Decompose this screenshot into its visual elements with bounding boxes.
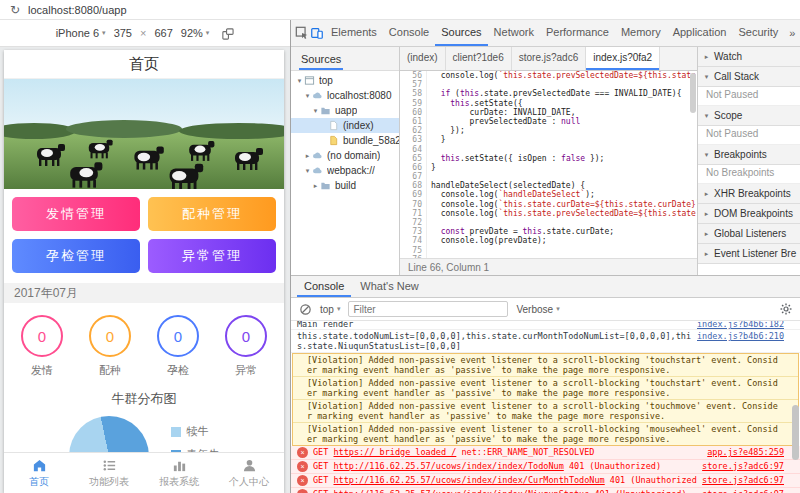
navigator-tab-sources[interactable]: Sources — [299, 48, 343, 70]
stat-label: 孕检 — [167, 363, 189, 378]
tree-item-uapp[interactable]: ▾ uapp — [291, 103, 399, 118]
tree-toggle-icon[interactable]: ▾ — [311, 107, 320, 115]
editor-tab-store-js-adc6[interactable]: store.js?adc6 — [512, 47, 586, 70]
device-width-input[interactable]: 375 — [114, 27, 132, 39]
stat-abnormal: 0 异常 — [225, 315, 267, 378]
stats-row: 0 发情 0 配种 0 孕检 0 异常 — [4, 303, 284, 384]
section-toggle-icon: ▾ — [702, 112, 711, 120]
url-text[interactable]: localhost:8080/uapp — [28, 4, 126, 16]
list-icon — [102, 458, 117, 473]
code-area[interactable]: 5657585960616263646566676869707172737475… — [400, 71, 697, 258]
device-toolbar: iPhone 6▾ 375 × 667 92%▾ — [0, 20, 290, 47]
console-settings-icon[interactable] — [780, 303, 792, 315]
console-filter-input[interactable] — [348, 301, 508, 317]
console-message-warning: [Violation] Added non-passive event list… — [293, 400, 798, 423]
devtools-tab-memory[interactable]: Memory — [615, 20, 667, 46]
devtools-tab-security[interactable]: Security — [732, 20, 784, 46]
debug-section-global-listeners[interactable]: ▸ Global Listeners — [698, 224, 800, 244]
tree-item-no-domain[interactable]: ▸ (no domain) — [291, 148, 399, 163]
devtools-tab-application[interactable]: Application — [667, 20, 733, 46]
tree-toggle-icon[interactable]: ▸ — [311, 182, 320, 190]
clear-console-icon[interactable] — [299, 303, 312, 316]
editor-tab-client-1de6[interactable]: client?1de6 — [446, 47, 512, 70]
console-source-link[interactable]: index.js?b4b6:210 — [697, 331, 784, 341]
console-scrollbar[interactable] — [792, 336, 799, 489]
line-number-gutter[interactable]: 5657585960616263646566676869707172737475… — [400, 71, 427, 258]
tab-profile[interactable]: 个人中心 — [214, 453, 284, 493]
code-lines[interactable]: console.log(`this.state.prevSelectedDate… — [427, 71, 697, 258]
devtools-tab-sources[interactable]: Sources — [435, 20, 487, 46]
console-source-link[interactable]: index.js?b4b6:182 — [697, 321, 784, 329]
debug-section-breakpoints[interactable]: ▾ Breakpoints — [698, 145, 800, 165]
file-tree: ▾ top ▾ localhost:8080 ▾ uapp (index) bu… — [291, 71, 399, 275]
tab-home[interactable]: 首页 — [4, 453, 74, 493]
file-icon — [328, 120, 341, 131]
tree-item-localhost-8080[interactable]: ▾ localhost:8080 — [291, 88, 399, 103]
device-select[interactable]: iPhone 6▾ — [56, 27, 106, 39]
devtools-tab-elements[interactable]: Elements — [325, 20, 383, 46]
debug-section-watch[interactable]: ▸ Watch — [698, 47, 800, 67]
devtools-tab-console[interactable]: Console — [383, 20, 435, 46]
chevron-down-icon: ▾ — [556, 305, 560, 313]
menu-button-abnormal-management[interactable]: 异常管理 — [148, 239, 276, 273]
console-level-select[interactable]: Verbose▾ — [516, 304, 559, 315]
tab-reports[interactable]: 报表系统 — [144, 453, 214, 493]
console-source-link[interactable]: store.js?adc6:97 — [702, 461, 784, 471]
console-drawer-tab-what-s-new[interactable]: What's New — [353, 276, 425, 297]
chevron-down-icon: ▾ — [206, 29, 210, 37]
devtools-tab-bar: ElementsConsoleSourcesNetworkPerformance… — [291, 20, 800, 47]
tree-toggle-icon[interactable]: ▾ — [303, 167, 312, 175]
tree-item-top[interactable]: ▾ top — [291, 73, 399, 88]
more-tabs-chevron[interactable]: » — [785, 27, 799, 39]
rotate-device-icon[interactable] — [221, 27, 234, 40]
cow-pasture-photo — [4, 79, 284, 189]
menu-button-breeding-management[interactable]: 配种管理 — [148, 197, 276, 231]
section-title: DOM Breakpoints — [714, 208, 793, 219]
code-editor: (index)client?1de6store.js?adc6index.js?… — [400, 47, 697, 275]
tree-toggle-icon[interactable]: ▸ — [303, 152, 312, 160]
devtools-tab-network[interactable]: Network — [488, 20, 540, 46]
debug-section-dom-breakpoints[interactable]: ▸ DOM Breakpoints — [698, 204, 800, 224]
dimension-separator: × — [140, 27, 146, 39]
tree-label: bundle_58a26 — [343, 135, 399, 146]
error-icon: × — [297, 489, 308, 493]
debug-section-event-listener-bre[interactable]: ▸ Event Listener Bre — [698, 244, 800, 264]
tree-toggle-icon[interactable]: ▾ — [295, 77, 304, 85]
navigator-header: Sources — [291, 47, 399, 71]
debug-section-status: Not Paused — [698, 87, 800, 106]
devtools-tab-performance[interactable]: Performance — [540, 20, 615, 46]
device-height-input[interactable]: 667 — [154, 27, 172, 39]
tree-label: uapp — [335, 105, 357, 116]
debug-section-call-stack[interactable]: ▾ Call Stack — [698, 67, 800, 87]
editor-tab-index-js-0fa2[interactable]: index.js?0fa2 — [586, 47, 660, 70]
browser-url-bar[interactable]: ↻ localhost:8080/uapp — [0, 0, 800, 20]
menu-button-estrus-management[interactable]: 发情管理 — [12, 197, 140, 231]
editor-tab-index[interactable]: (index) — [400, 47, 446, 70]
console-message-error: ×GET http://116.62.25.57/ucows/index/ind… — [291, 474, 800, 488]
tree-item-webpack[interactable]: ▾ webpack:// — [291, 163, 399, 178]
editor-scrollbar[interactable] — [690, 73, 696, 113]
console-drawer-tab-console[interactable]: Console — [297, 276, 351, 297]
tree-item-index[interactable]: (index) — [291, 118, 399, 133]
console-source-link[interactable]: store.js?adc6:97 — [702, 489, 784, 493]
tree-item-bundle-58a26[interactable]: bundle_58a26 — [291, 133, 399, 148]
tab-features[interactable]: 功能列表 — [74, 453, 144, 493]
zoom-select[interactable]: 92%▾ — [181, 27, 210, 39]
reload-icon[interactable]: ↻ — [10, 4, 20, 16]
tree-item-build[interactable]: ▸ build — [291, 178, 399, 193]
section-title: Breakpoints — [714, 149, 767, 160]
debug-section-scope[interactable]: ▾ Scope — [698, 106, 800, 126]
stat-label: 发情 — [31, 363, 53, 378]
debug-section-xhr-breakpoints[interactable]: ▸ XHR Breakpoints — [698, 184, 800, 204]
menu-button-pregnancy-check-management[interactable]: 孕检管理 — [12, 239, 140, 273]
domain-icon — [312, 165, 325, 176]
console-source-link[interactable]: store.js?adc6:97 — [702, 475, 784, 485]
console-source-link[interactable]: app.js?e485:259 — [707, 447, 784, 457]
tree-toggle-icon[interactable]: ▾ — [303, 92, 312, 100]
device-toolbar-toggle-icon[interactable] — [310, 22, 324, 44]
console-drawer: ConsoleWhat's New top▾ Verbose▾ Main ren… — [291, 276, 800, 493]
calendar-month[interactable]: 2017年07月 — [4, 283, 284, 303]
legend-swatch — [171, 427, 181, 437]
inspect-element-icon[interactable] — [295, 22, 309, 44]
console-context-select[interactable]: top▾ — [320, 304, 340, 315]
